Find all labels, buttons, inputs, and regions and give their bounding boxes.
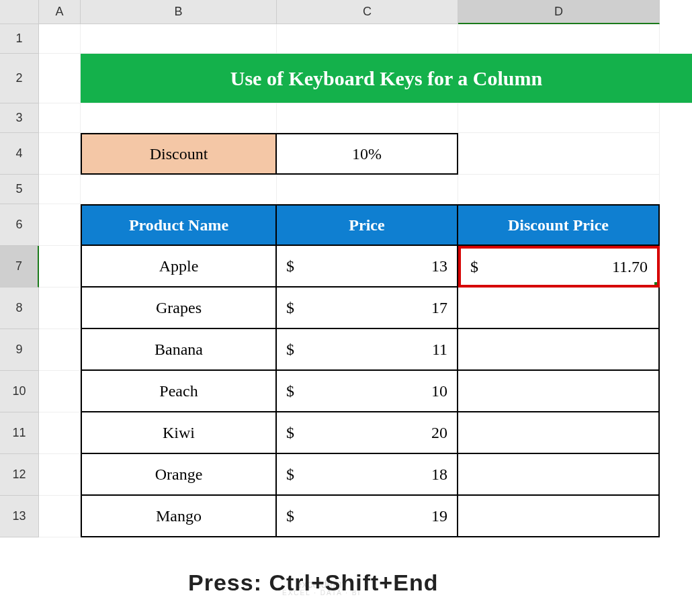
td-name-3[interactable]: Peach (81, 371, 277, 412)
price-value: 11 (432, 341, 447, 359)
td-price-1[interactable]: $ 17 (277, 288, 458, 329)
th-discount-price[interactable]: Discount Price (458, 204, 660, 246)
price-value: 10 (431, 382, 447, 400)
td-discount-3[interactable] (458, 371, 660, 412)
row-header-12[interactable]: 12 (0, 454, 39, 496)
cell-A7[interactable] (39, 246, 81, 288)
cell-A2[interactable] (39, 54, 81, 103)
currency-symbol: $ (286, 341, 294, 359)
cell-C5[interactable] (277, 175, 458, 204)
row-header-10[interactable]: 10 (0, 371, 39, 412)
cell-A9[interactable] (39, 329, 81, 371)
cell-A4[interactable] (39, 133, 81, 175)
cell-A12[interactable] (39, 454, 81, 496)
td-name-0[interactable]: Apple (81, 246, 277, 288)
cell-C1[interactable] (277, 24, 458, 54)
td-name-6[interactable]: Mango (81, 496, 277, 537)
cell-A11[interactable] (39, 412, 81, 454)
currency-symbol: $ (470, 258, 478, 276)
discount-label[interactable]: Discount (81, 133, 277, 175)
td-price-3[interactable]: $ 10 (277, 371, 458, 412)
cell-A5[interactable] (39, 175, 81, 204)
td-price-4[interactable]: $ 20 (277, 412, 458, 454)
price-value: 17 (431, 299, 447, 317)
cell-A3[interactable] (39, 103, 81, 133)
row-header-1[interactable]: 1 (0, 24, 39, 54)
row-header-6[interactable]: 6 (0, 204, 39, 246)
fill-handle[interactable] (654, 282, 660, 288)
td-name-2[interactable]: Banana (81, 329, 277, 371)
cell-B5[interactable] (81, 175, 277, 204)
row-header-11[interactable]: 11 (0, 412, 39, 454)
td-discount-5[interactable] (458, 454, 660, 496)
select-all-corner[interactable] (0, 0, 39, 24)
cell-A10[interactable] (39, 371, 81, 412)
cell-C3[interactable] (277, 103, 458, 133)
currency-symbol: $ (286, 466, 294, 484)
td-price-2[interactable]: $ 11 (277, 329, 458, 371)
col-header-D[interactable]: D (458, 0, 660, 24)
col-header-A[interactable]: A (39, 0, 81, 24)
discount-value[interactable]: 10% (277, 133, 458, 175)
th-price[interactable]: Price (277, 204, 458, 246)
cell-A13[interactable] (39, 496, 81, 537)
row-header-7[interactable]: 7 (0, 246, 39, 288)
row-header-3[interactable]: 3 (0, 103, 39, 133)
cell-A1[interactable] (39, 24, 81, 54)
cell-D4[interactable] (458, 133, 660, 175)
cell-A8[interactable] (39, 288, 81, 329)
td-price-5[interactable]: $ 18 (277, 454, 458, 496)
cell-A6[interactable] (39, 204, 81, 246)
td-name-5[interactable]: Orange (81, 454, 277, 496)
col-header-B[interactable]: B (81, 0, 277, 24)
td-price-6[interactable]: $ 19 (277, 496, 458, 537)
currency-symbol: $ (286, 382, 294, 400)
row-header-8[interactable]: 8 (0, 288, 39, 329)
row-header-4[interactable]: 4 (0, 133, 39, 175)
currency-symbol: $ (286, 257, 294, 275)
discount-price-value: 11.70 (612, 258, 648, 276)
currency-symbol: $ (286, 507, 294, 525)
price-value: 20 (431, 424, 447, 442)
col-header-C[interactable]: C (277, 0, 458, 24)
price-value: 18 (431, 466, 447, 484)
td-discount-2[interactable] (458, 329, 660, 371)
price-value: 19 (431, 507, 447, 525)
currency-symbol: $ (286, 424, 294, 442)
cell-D5[interactable] (458, 175, 660, 204)
td-discount-0[interactable]: $ 11.70 (458, 246, 660, 288)
cell-D3[interactable] (458, 103, 660, 133)
row-header-5[interactable]: 5 (0, 175, 39, 204)
currency-symbol: $ (286, 299, 294, 317)
th-product-name[interactable]: Product Name (81, 204, 277, 246)
title-banner: Use of Keyboard Keys for a Column (81, 54, 692, 103)
instruction-text: Press: Ctrl+Shift+End (188, 570, 438, 596)
td-name-1[interactable]: Grapes (81, 288, 277, 329)
row-header-9[interactable]: 9 (0, 329, 39, 371)
cell-B1[interactable] (81, 24, 277, 54)
td-discount-6[interactable] (458, 496, 660, 537)
spreadsheet-screenshot: A B C D 1 2 Use of Keyboard Keys for a C… (0, 0, 692, 616)
td-discount-1[interactable] (458, 288, 660, 329)
td-price-0[interactable]: $ 13 (277, 246, 458, 288)
row-header-13[interactable]: 13 (0, 496, 39, 537)
cell-D1[interactable] (458, 24, 660, 54)
price-value: 13 (431, 257, 447, 275)
row-header-2[interactable]: 2 (0, 54, 39, 103)
td-name-4[interactable]: Kiwi (81, 412, 277, 454)
cell-B3[interactable] (81, 103, 277, 133)
td-discount-4[interactable] (458, 412, 660, 454)
